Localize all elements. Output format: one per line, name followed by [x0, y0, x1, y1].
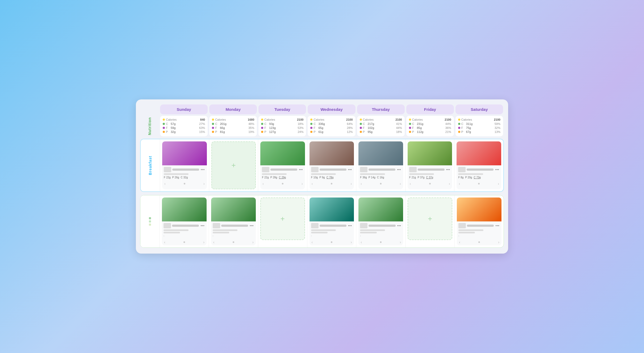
lunch-dot-1	[149, 217, 151, 219]
nutrition-friday: Calories 2100 C 231g 44% F 85g 36% P 112…	[406, 116, 454, 136]
more-button[interactable]: •••	[397, 223, 402, 228]
add-lunch-button[interactable]: +	[408, 197, 452, 240]
add-lunch-button[interactable]: +	[260, 197, 305, 240]
more-button[interactable]: •••	[200, 167, 205, 172]
carousel-nav: ‹ ›	[310, 180, 354, 187]
more-button[interactable]: •••	[396, 167, 402, 172]
fat-macro: F 36g	[360, 176, 367, 179]
lunch-dot-2	[149, 220, 151, 222]
prev-button[interactable]: ‹	[164, 182, 166, 186]
next-button[interactable]: ›	[302, 182, 303, 186]
lunch-card[interactable]: ••• · ‹ ›	[162, 197, 207, 245]
next-button[interactable]: ›	[252, 240, 254, 244]
nav-dot	[429, 183, 431, 184]
title-placeholder	[270, 169, 297, 171]
add-meal-button[interactable]: +	[211, 141, 256, 189]
more-button[interactable]: •••	[298, 167, 303, 172]
lunch-card[interactable]: ••• · ‹ ›	[211, 197, 256, 245]
header-empty	[141, 104, 158, 114]
title-placeholder	[320, 169, 346, 171]
prev-button[interactable]: ‹	[213, 240, 215, 244]
next-button[interactable]: ›	[351, 240, 352, 244]
breakfast-card[interactable]: ••• F 36g P 14g C 16g ‹ ›	[358, 141, 403, 189]
next-button[interactable]: ›	[400, 240, 401, 244]
progress-bar-2	[458, 232, 475, 233]
lunch-card-info: ••• ·	[310, 221, 354, 239]
lunch-macros: ·	[213, 234, 254, 237]
breakfast-card[interactable]: ••• F 10g P 9g C 78g ‹ ›	[310, 141, 354, 189]
food-image	[310, 141, 354, 165]
protein-macro: P 9g	[319, 176, 325, 179]
breakfast-card[interactable]: ••• F 22g P 26g C 32g ‹ ›	[162, 141, 207, 189]
header-monday: Monday	[209, 104, 257, 114]
more-button[interactable]: •••	[200, 223, 205, 228]
nutrition-label-cell: Nutrition	[140, 115, 159, 137]
more-button[interactable]: •••	[348, 167, 353, 172]
food-image	[408, 141, 452, 165]
progress-bar-2	[360, 232, 377, 233]
macros-row: F 8g P 20g C 73g	[458, 176, 500, 179]
breakfast-thursday: ••• F 36g P 14g C 16g ‹ ›	[356, 139, 405, 191]
lunch-section: ••• · ‹ › •••	[140, 195, 504, 248]
next-button[interactable]: ›	[203, 182, 205, 186]
nutrition-label: Nutrition	[148, 117, 152, 135]
prev-button[interactable]: ‹	[361, 240, 362, 244]
macros-row: F 22g P 28g C 29g	[262, 176, 303, 179]
title-placeholder	[418, 169, 445, 171]
breakfast-card[interactable]: ••• F 22g P 28g C 29g ‹ ›	[260, 141, 305, 189]
prev-button[interactable]: ‹	[459, 240, 460, 244]
nutrition-tuesday: Calories 2100 C 93g 18% F 123g 53% P 127…	[258, 116, 306, 136]
more-button[interactable]: •••	[348, 223, 353, 228]
next-button[interactable]: ›	[449, 182, 450, 186]
lunch-monday: ••• · ‹ ›	[209, 195, 258, 247]
lunch-macro-1: ·	[458, 234, 459, 237]
prev-button[interactable]: ‹	[312, 182, 313, 186]
thumb-placeholder	[360, 223, 367, 228]
next-button[interactable]: ›	[400, 182, 401, 186]
prev-button[interactable]: ‹	[459, 182, 460, 186]
nav-dot	[183, 241, 185, 243]
lunch-card[interactable]: ••• · ‹ ›	[457, 197, 501, 245]
meal-title-row: •••	[458, 167, 500, 172]
lunch-card[interactable]: ••• · ‹ ›	[358, 197, 403, 245]
prev-button[interactable]: ‹	[164, 240, 165, 244]
prev-button[interactable]: ‹	[312, 240, 313, 244]
next-button[interactable]: ›	[351, 182, 352, 186]
header-saturday: Saturday	[455, 104, 503, 114]
prev-button[interactable]: ‹	[262, 182, 264, 186]
next-button[interactable]: ›	[498, 240, 499, 244]
lunch-tuesday: +	[258, 195, 307, 247]
prev-button[interactable]: ‹	[410, 182, 411, 186]
title-placeholder	[172, 225, 199, 227]
thumb-placeholder	[164, 167, 171, 172]
lunch-macro-1: ·	[213, 234, 214, 237]
lunch-dot-3	[149, 224, 151, 226]
breakfast-card[interactable]: ••• F 8g P 20g C 73g ‹ ›	[457, 141, 501, 189]
breakfast-saturday: ••• F 8g P 20g C 73g ‹ ›	[454, 139, 503, 191]
fat-macro: F 8g	[458, 176, 463, 179]
more-button[interactable]: •••	[249, 223, 254, 228]
macros-row: F 22g P 26g C 32g	[164, 176, 205, 179]
lunch-card[interactable]: ••• · ‹ ›	[310, 197, 354, 245]
carb-macro: C 37g	[426, 176, 433, 179]
more-button[interactable]: •••	[446, 167, 451, 172]
protein-macro: P 28g	[270, 176, 277, 179]
lunch-thursday: ••• · ‹ ›	[356, 195, 405, 247]
more-button[interactable]: •••	[495, 223, 500, 228]
more-button[interactable]: •••	[495, 167, 500, 172]
meal-title-row: •••	[164, 167, 205, 172]
progress-bar	[360, 229, 385, 231]
next-button[interactable]: ›	[203, 240, 204, 244]
title-placeholder	[320, 225, 346, 227]
carousel-nav: ‹ ›	[457, 180, 501, 187]
lunch-food-image	[211, 197, 256, 221]
breakfast-monday: +	[209, 139, 258, 191]
main-grid: Sunday Monday Tuesday Wednesday Thursday…	[140, 104, 504, 249]
next-button[interactable]: ›	[498, 182, 499, 186]
lunch-food-image	[457, 197, 501, 221]
header-sunday: Sunday	[160, 104, 208, 114]
prev-button[interactable]: ‹	[361, 182, 362, 186]
breakfast-friday: ••• F 21g P 37g C 37g ‹ ›	[405, 139, 454, 191]
lunch-carousel-nav: ‹ ›	[162, 239, 207, 245]
breakfast-card[interactable]: ••• F 21g P 37g C 37g ‹ ›	[408, 141, 452, 189]
